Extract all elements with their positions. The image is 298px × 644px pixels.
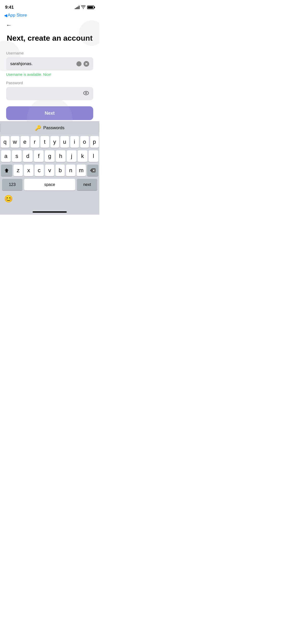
back-chevron-icon: ◀	[4, 13, 7, 18]
back-arrow-icon: ←	[6, 22, 12, 28]
key-s[interactable]: s	[12, 150, 22, 162]
key-n[interactable]: n	[66, 165, 75, 176]
username-input[interactable]	[10, 61, 74, 66]
key-b[interactable]: b	[56, 165, 65, 176]
keyboard-row-2: a s d f g h j k l	[1, 150, 98, 162]
username-input-wrapper[interactable]	[6, 57, 93, 70]
key-l[interactable]: l	[89, 150, 98, 162]
key-t[interactable]: t	[40, 136, 49, 148]
key-z[interactable]: z	[13, 165, 23, 176]
keyboard-emoji-row: 😊	[0, 194, 99, 206]
keyboard-toolbar: 🔑 Passwords	[0, 121, 99, 134]
key-p[interactable]: p	[90, 136, 99, 148]
status-bar: 9:41	[0, 0, 99, 13]
keyboard-row-3: z x c v b n m	[1, 165, 98, 176]
app-store-back-link[interactable]: ◀ App Store	[4, 13, 27, 18]
key-v[interactable]: v	[45, 165, 54, 176]
key-e[interactable]: e	[21, 136, 29, 148]
key-w[interactable]: w	[11, 136, 19, 148]
keyboard-row-1: q w e r t y u i o p	[1, 136, 98, 148]
text-cursor-handle	[76, 61, 82, 66]
key-icon: 🔑	[35, 125, 41, 131]
password-input-wrapper[interactable]	[6, 87, 93, 100]
status-icons	[75, 5, 94, 10]
clear-input-button[interactable]	[84, 61, 89, 67]
password-input[interactable]	[10, 91, 83, 96]
emoji-button[interactable]: 😊	[2, 194, 15, 206]
next-keyboard-key[interactable]: next	[77, 179, 97, 191]
app-store-nav[interactable]: ◀ App Store	[0, 13, 99, 20]
keyboard-rows: q w e r t y u i o p a s d f g h j k l	[0, 134, 99, 194]
home-indicator	[0, 206, 99, 215]
key-h[interactable]: h	[56, 150, 65, 162]
keyboard-area: 🔑 Passwords q w e r t y u i o p a s d f …	[0, 121, 99, 215]
keyboard-bottom-row: 123 space next	[1, 179, 98, 191]
wifi-icon	[81, 5, 86, 10]
key-k[interactable]: k	[78, 150, 87, 162]
key-g[interactable]: g	[45, 150, 55, 162]
key-j[interactable]: j	[67, 150, 76, 162]
key-y[interactable]: y	[50, 136, 59, 148]
key-r[interactable]: r	[31, 136, 39, 148]
numbers-key[interactable]: 123	[2, 179, 22, 191]
password-visibility-toggle[interactable]	[83, 91, 89, 97]
passwords-label: Passwords	[43, 125, 64, 130]
toolbar-divider-right	[99, 124, 99, 132]
svg-point-0	[84, 91, 89, 95]
key-c[interactable]: c	[35, 165, 44, 176]
key-m[interactable]: m	[77, 165, 86, 176]
home-bar	[33, 211, 67, 213]
password-label: Password	[6, 81, 93, 85]
delete-key[interactable]	[87, 165, 98, 176]
key-i[interactable]: i	[70, 136, 79, 148]
key-u[interactable]: u	[60, 136, 69, 148]
battery-icon	[87, 6, 94, 9]
key-f[interactable]: f	[34, 150, 44, 162]
signal-icon	[75, 6, 79, 9]
key-o[interactable]: o	[80, 136, 89, 148]
username-availability-message: Username is available. Nice!	[6, 72, 93, 77]
toolbar-divider-left	[0, 124, 0, 132]
key-q[interactable]: q	[1, 136, 9, 148]
shift-key[interactable]	[1, 165, 12, 176]
passwords-button[interactable]: 🔑 Passwords	[35, 125, 64, 131]
key-x[interactable]: x	[24, 165, 33, 176]
svg-point-1	[85, 92, 87, 94]
key-d[interactable]: d	[23, 150, 33, 162]
key-a[interactable]: a	[1, 150, 11, 162]
status-time: 9:41	[5, 5, 14, 10]
app-store-label: App Store	[8, 13, 27, 18]
password-form-group: Password	[6, 81, 93, 100]
space-key[interactable]: space	[24, 179, 75, 191]
